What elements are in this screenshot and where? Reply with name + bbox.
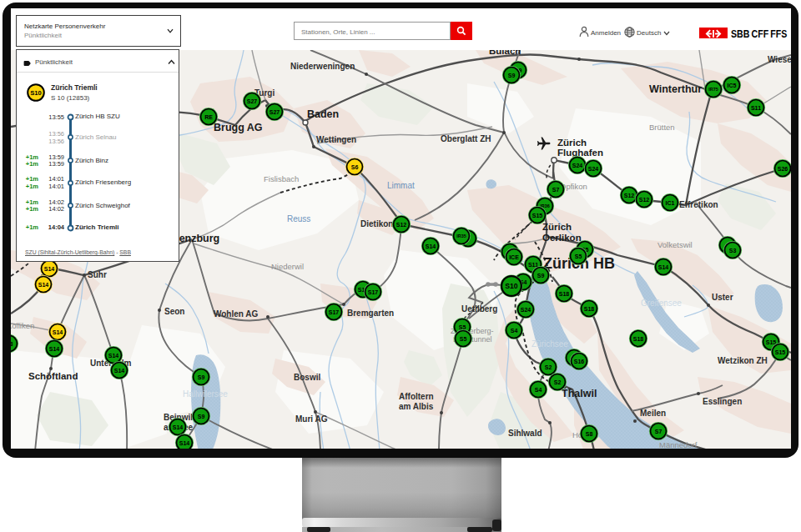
svg-text:S10: S10 <box>505 282 518 290</box>
svg-text:Thalwil: Thalwil <box>562 388 597 399</box>
svg-text:S6: S6 <box>351 164 359 170</box>
svg-text:S14: S14 <box>179 440 190 446</box>
svg-text:S27: S27 <box>270 109 280 115</box>
svg-text:Zürich: Zürich <box>542 222 572 232</box>
svg-text:S3: S3 <box>729 248 737 253</box>
svg-text:S24: S24 <box>521 307 531 313</box>
svg-text:Dietikon: Dietikon <box>360 219 393 228</box>
svg-text:Oberglatt ZH: Oberglatt ZH <box>441 134 491 143</box>
svg-text:Brugg AG: Brugg AG <box>214 122 263 133</box>
svg-text:S7: S7 <box>552 187 560 193</box>
svg-text:Bremgarten: Bremgarten <box>347 309 394 318</box>
svg-text:S18: S18 <box>633 336 644 342</box>
svg-text:Winterthur: Winterthur <box>649 83 702 95</box>
svg-text:S14: S14 <box>44 266 55 272</box>
svg-text:Niederweningen: Niederweningen <box>290 62 355 71</box>
svg-text:S14: S14 <box>173 424 184 430</box>
svg-text:S7: S7 <box>655 429 662 434</box>
svg-text:IC1: IC1 <box>666 200 675 206</box>
svg-text:S4: S4 <box>535 387 542 393</box>
svg-text:S4: S4 <box>511 328 518 334</box>
svg-text:Seon: Seon <box>164 307 184 316</box>
svg-text:S9: S9 <box>537 273 545 279</box>
svg-text:S15: S15 <box>775 349 786 355</box>
svg-text:S17: S17 <box>329 309 340 315</box>
svg-text:S11: S11 <box>751 105 761 111</box>
svg-text:S2: S2 <box>554 379 562 385</box>
svg-text:Reuss: Reuss <box>287 214 310 223</box>
svg-text:Boswil: Boswil <box>294 373 320 382</box>
svg-text:S15: S15 <box>532 213 543 218</box>
svg-text:Brütten: Brütten <box>649 123 675 132</box>
svg-text:Schöftland: Schöftland <box>28 371 78 381</box>
svg-text:S24: S24 <box>588 166 599 172</box>
svg-text:S14: S14 <box>38 282 49 288</box>
svg-text:Sihlwald: Sihlwald <box>508 429 542 438</box>
svg-text:Volketswil: Volketswil <box>657 240 693 249</box>
svg-text:S27: S27 <box>247 98 258 104</box>
svg-text:ICE: ICE <box>509 254 519 260</box>
svg-text:Effretikon: Effretikon <box>679 200 718 209</box>
svg-text:Zürich: Zürich <box>557 138 587 148</box>
svg-text:S14: S14 <box>49 346 60 352</box>
svg-text:S9: S9 <box>508 73 516 78</box>
svg-text:Baden: Baden <box>307 108 339 120</box>
svg-text:S8: S8 <box>586 431 593 437</box>
svg-text:S14: S14 <box>426 243 436 249</box>
svg-text:IR35: IR35 <box>456 233 466 238</box>
svg-text:RE: RE <box>204 114 213 120</box>
svg-text:S14: S14 <box>53 329 63 335</box>
svg-text:Männedorf: Männedorf <box>659 440 698 449</box>
svg-text:S14: S14 <box>114 368 125 374</box>
svg-text:S12: S12 <box>639 197 650 203</box>
svg-text:S2: S2 <box>545 364 552 370</box>
svg-text:Wettingen: Wettingen <box>316 135 356 144</box>
svg-text:Zürichsee: Zürichsee <box>531 339 568 349</box>
svg-text:S14: S14 <box>108 353 119 359</box>
svg-text:am Albis: am Albis <box>399 402 434 411</box>
svg-text:Limmat: Limmat <box>387 181 415 190</box>
svg-text:S5: S5 <box>575 253 582 259</box>
svg-text:Affoltern: Affoltern <box>399 392 434 401</box>
svg-text:Kölliken: Kölliken <box>11 321 34 330</box>
svg-text:Muri AG: Muri AG <box>295 414 328 424</box>
svg-text:Suhr: Suhr <box>88 270 107 279</box>
svg-text:S12: S12 <box>624 193 635 198</box>
svg-text:Fislisbach: Fislisbach <box>264 174 299 183</box>
svg-text:Uster: Uster <box>712 293 733 302</box>
svg-text:Wohlen AG: Wohlen AG <box>214 309 259 319</box>
svg-text:S17: S17 <box>368 289 379 295</box>
svg-text:S24: S24 <box>572 163 583 168</box>
svg-text:S11: S11 <box>528 262 538 268</box>
svg-text:S10: S10 <box>30 88 42 96</box>
svg-text:IR75: IR75 <box>708 87 718 92</box>
svg-text:Bülach: Bülach <box>489 50 521 56</box>
svg-text:S26: S26 <box>778 166 788 172</box>
svg-text:S5: S5 <box>460 336 467 342</box>
svg-text:Greifensee: Greifensee <box>641 299 682 308</box>
svg-text:Meilen: Meilen <box>640 409 666 418</box>
svg-text:S15: S15 <box>766 339 777 345</box>
svg-text:Wiesendangen: Wiesendangen <box>768 55 791 64</box>
svg-text:S18: S18 <box>584 306 595 312</box>
svg-text:S8: S8 <box>11 341 13 347</box>
svg-text:Oerlikon: Oerlikon <box>542 233 582 243</box>
svg-text:Uetliberg: Uetliberg <box>461 304 497 314</box>
svg-text:S16: S16 <box>574 359 585 364</box>
svg-text:Flughafen: Flughafen <box>557 148 603 158</box>
svg-text:S9: S9 <box>198 414 205 419</box>
svg-text:S5: S5 <box>459 324 466 330</box>
svg-text:S18: S18 <box>559 291 570 297</box>
svg-text:S9: S9 <box>198 374 205 380</box>
svg-text:Hallwilersee: Hallwilersee <box>183 389 228 399</box>
svg-text:Esslingen: Esslingen <box>703 397 742 406</box>
svg-text:Wetzikon ZH: Wetzikon ZH <box>718 356 768 365</box>
svg-text:Lenzburg: Lenzburg <box>173 233 219 244</box>
svg-text:S12: S12 <box>396 222 407 228</box>
svg-text:IC5: IC5 <box>728 83 737 88</box>
svg-text:Niederwil: Niederwil <box>271 262 304 271</box>
svg-text:S14: S14 <box>658 264 669 270</box>
